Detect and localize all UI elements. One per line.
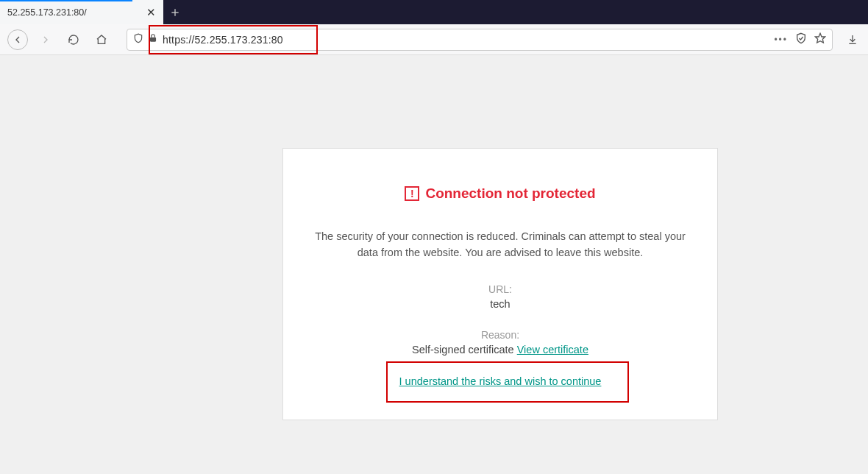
alert-icon: !	[405, 186, 419, 201]
warning-heading: ! Connection not protected	[313, 185, 688, 202]
continue-link[interactable]: I understand the risks and wish to conti…	[399, 375, 602, 387]
warning-body: The security of your connection is reduc…	[313, 228, 688, 261]
page-actions-icon[interactable]: •••	[774, 35, 788, 45]
page-viewport: ! Connection not protected The security …	[0, 55, 868, 474]
reason-row: Self-signed certificate View certificate	[313, 344, 688, 356]
warning-title: Connection not protected	[425, 185, 595, 202]
bookmark-star-icon[interactable]	[814, 32, 826, 46]
tracking-protection-icon[interactable]	[133, 33, 143, 46]
reason-label: Reason:	[313, 329, 688, 341]
reason-text: Self-signed certificate	[412, 344, 517, 356]
browser-tab[interactable]: 52.255.173.231:80/ ✕	[0, 0, 163, 24]
tab-strip: 52.255.173.231:80/ ✕	[0, 0, 868, 24]
urlbar-actions: •••	[774, 32, 826, 46]
downloads-icon[interactable]	[844, 29, 861, 51]
svg-rect-2	[150, 38, 156, 42]
security-warning-card: ! Connection not protected The security …	[282, 148, 718, 420]
browser-window: 52.255.173.231:80/ ✕	[0, 0, 868, 474]
forward-button[interactable]	[35, 29, 56, 50]
back-button[interactable]	[7, 29, 28, 50]
url-bar[interactable]: https://52.255.173.231:80 •••	[127, 29, 833, 51]
continue-container: I understand the risks and wish to conti…	[399, 375, 602, 388]
url-label: URL:	[313, 283, 688, 295]
tab-loading-indicator	[0, 0, 132, 1]
view-certificate-link[interactable]: View certificate	[517, 344, 588, 356]
url-text: https://52.255.173.231:80	[163, 34, 769, 46]
reload-button[interactable]	[63, 29, 84, 50]
svg-marker-3	[815, 33, 825, 43]
close-tab-icon[interactable]: ✕	[146, 6, 156, 19]
url-value: tech	[313, 298, 688, 310]
urlbar-container: https://52.255.173.231:80 •••	[127, 29, 833, 51]
lock-icon[interactable]	[148, 33, 158, 46]
home-button[interactable]	[91, 29, 112, 50]
tab-title: 52.255.173.231:80/	[7, 7, 146, 18]
reader-mode-icon[interactable]	[795, 32, 807, 46]
toolbar: https://52.255.173.231:80 •••	[0, 24, 868, 55]
new-tab-button[interactable]	[163, 0, 187, 24]
